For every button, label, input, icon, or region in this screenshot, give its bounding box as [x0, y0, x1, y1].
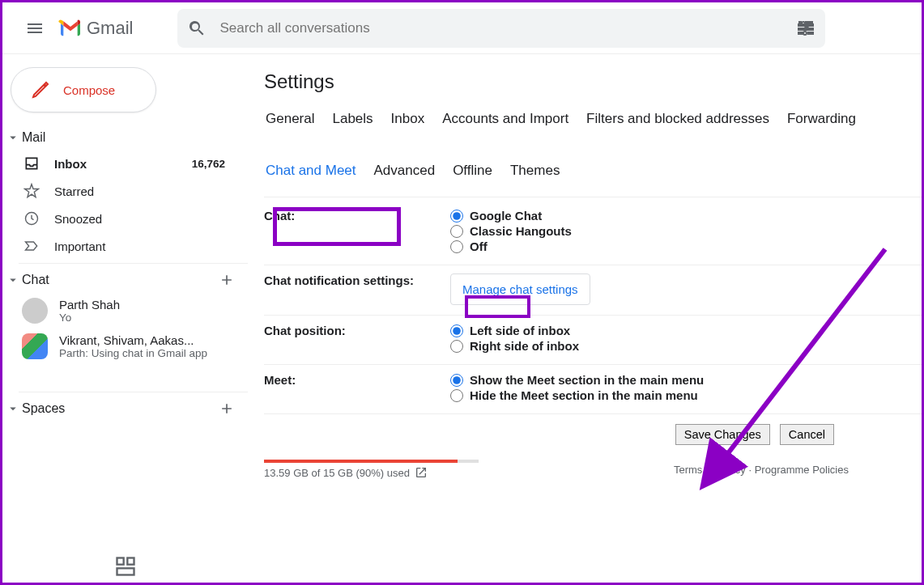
compose-label: Compose: [63, 83, 115, 97]
plus-icon[interactable]: [219, 272, 235, 288]
tab-labels[interactable]: Labels: [330, 108, 374, 130]
footer-link-privacy[interactable]: Privacy: [711, 464, 746, 476]
radio-option[interactable]: Off: [450, 240, 922, 253]
radio-google-chat[interactable]: [450, 210, 463, 223]
main-menu-button[interactable]: [15, 9, 54, 48]
radio-classic-hangouts[interactable]: [450, 225, 463, 238]
tab-chat-and-meet[interactable]: Chat and Meet: [264, 159, 358, 182]
tab-accounts-and-import[interactable]: Accounts and Import: [441, 108, 570, 130]
sidebar-item-starred[interactable]: Starred: [2, 177, 240, 205]
hamburger-icon: [25, 19, 45, 38]
section-spaces[interactable]: Spaces: [2, 396, 248, 422]
avatar: [22, 298, 48, 324]
open-in-new-icon[interactable]: [415, 466, 428, 479]
settings-actions: Save Changes Cancel: [264, 413, 922, 455]
radio-option[interactable]: Show the Meet section in the main menu: [450, 373, 922, 387]
star-icon: [23, 183, 40, 199]
apps-grid-icon[interactable]: [114, 555, 137, 578]
footer: 13.59 GB of 15 GB (90%) used Terms · Pri…: [264, 455, 922, 479]
radio-option[interactable]: Classic Hangouts: [450, 224, 922, 238]
settings-content: Settings GeneralLabelsInboxAccounts and …: [248, 54, 922, 583]
tab-offline[interactable]: Offline: [451, 159, 494, 182]
compose-button[interactable]: Compose: [11, 67, 156, 112]
radio-show-the-meet-section-in-the-main-menu[interactable]: [450, 374, 463, 387]
radio-option[interactable]: Google Chat: [450, 209, 922, 223]
radio-hide-the-meet-section-in-the-main-menu[interactable]: [450, 389, 463, 402]
storage-bar: [264, 460, 479, 463]
manage-chat-settings-button[interactable]: Manage chat settings: [450, 273, 590, 305]
svg-rect-6: [117, 568, 134, 574]
plus-icon[interactable]: [219, 401, 235, 417]
chat-item[interactable]: Vikrant, Shivam, Aakas... Parth: Using c…: [2, 329, 248, 364]
sidebar: Compose Mail Inbox 16,762 Starred Snooze…: [2, 54, 248, 583]
tab-general[interactable]: General: [264, 108, 316, 130]
tab-themes[interactable]: Themes: [509, 159, 561, 182]
setting-chat-notifications: Chat notification settings: Manage chat …: [264, 265, 922, 315]
sidebar-item-snoozed[interactable]: Snoozed: [2, 205, 240, 232]
search-options-icon[interactable]: [796, 19, 815, 38]
clock-icon: [23, 210, 40, 227]
pencil-icon: [31, 80, 50, 100]
header: Gmail: [2, 2, 922, 54]
important-icon: [23, 238, 40, 254]
page-title: Settings: [264, 70, 922, 93]
radio-left-side-of-inbox[interactable]: [450, 324, 463, 337]
search-icon: [187, 19, 207, 38]
radio-option[interactable]: Left side of inbox: [450, 324, 922, 337]
avatar: [22, 333, 48, 359]
setting-meet: Meet: Show the Meet section in the main …: [264, 364, 922, 413]
logo-text: Gmail: [87, 18, 133, 39]
svg-point-0: [803, 32, 807, 35]
gmail-logo[interactable]: Gmail: [57, 18, 133, 39]
inbox-count: 16,762: [192, 158, 225, 170]
tab-forwarding[interactable]: Forwarding: [786, 108, 858, 130]
sidebar-item-inbox[interactable]: Inbox 16,762: [2, 150, 240, 177]
bottom-nav: [2, 555, 248, 578]
section-chat[interactable]: Chat: [2, 267, 248, 293]
radio-option[interactable]: Hide the Meet section in the main menu: [450, 388, 922, 402]
storage-text: 13.59 GB of 15 GB (90%) used: [264, 467, 410, 479]
tab-advanced[interactable]: Advanced: [373, 159, 437, 182]
setting-chat-position: Chat position: Left side of inboxRight s…: [264, 315, 922, 364]
chevron-down-icon: [6, 130, 20, 145]
gmail-m-icon: [57, 19, 83, 38]
search-input[interactable]: [219, 20, 796, 36]
settings-tabs: GeneralLabelsInboxAccounts and ImportFil…: [264, 108, 922, 189]
radio-option[interactable]: Right side of inbox: [450, 339, 922, 353]
radio-right-side-of-inbox[interactable]: [450, 340, 463, 353]
footer-link-terms[interactable]: Terms: [674, 464, 702, 476]
setting-chat: Chat: Google ChatClassic HangoutsOff: [264, 197, 922, 265]
tab-inbox[interactable]: Inbox: [390, 108, 427, 130]
svg-rect-4: [117, 558, 123, 565]
inbox-icon: [23, 155, 40, 172]
search-bar[interactable]: [177, 9, 825, 48]
footer-links: Terms · Privacy · Programme Policies: [674, 464, 849, 476]
radio-off[interactable]: [450, 240, 463, 253]
chevron-down-icon: [6, 273, 20, 287]
sidebar-item-important[interactable]: Important: [2, 232, 240, 260]
section-mail[interactable]: Mail: [2, 125, 248, 150]
footer-link-programme-policies[interactable]: Programme Policies: [755, 464, 849, 476]
tab-filters-and-blocked-addresses[interactable]: Filters and blocked addresses: [585, 108, 771, 130]
save-changes-button[interactable]: Save Changes: [675, 424, 770, 445]
cancel-button[interactable]: Cancel: [780, 424, 834, 445]
chevron-down-icon: [6, 401, 20, 416]
svg-rect-5: [127, 558, 134, 565]
chat-item[interactable]: Parth Shah Yo: [2, 293, 248, 329]
